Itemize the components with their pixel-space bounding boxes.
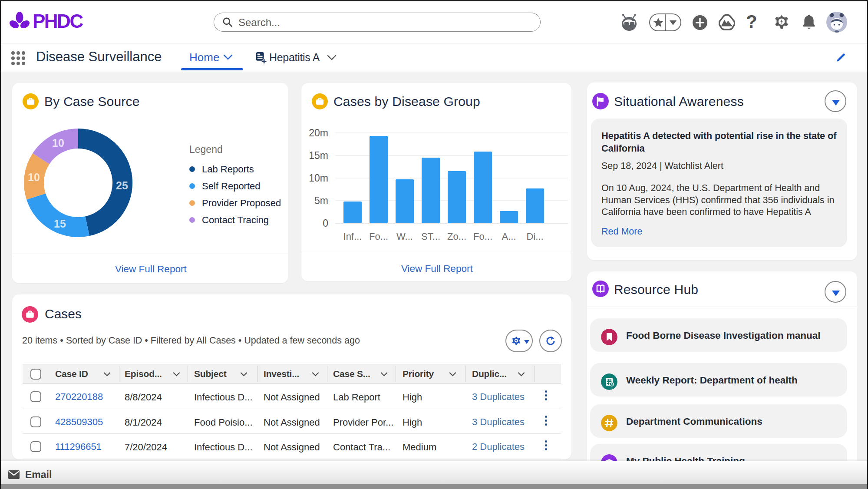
svg-text:Fo...: Fo... [369,231,388,242]
svg-text:A...: A... [502,231,516,242]
svg-text:0: 0 [323,218,328,229]
svg-text:10: 10 [52,137,64,149]
svg-text:Fo...: Fo... [473,231,492,242]
svg-text:20m: 20m [309,127,328,139]
svg-text:W...: W... [396,231,413,242]
svg-text:Di...: Di... [526,231,543,242]
svg-text:ST...: ST... [421,231,440,242]
svg-text:Zo...: Zo... [447,231,466,242]
svg-text:5m: 5m [314,195,328,206]
svg-text:25: 25 [116,179,128,192]
svg-text:Inf...: Inf... [343,231,362,242]
svg-text:15m: 15m [309,150,328,161]
svg-text:10m: 10m [309,172,328,184]
svg-text:15: 15 [54,218,66,230]
svg-text:10: 10 [28,171,40,183]
